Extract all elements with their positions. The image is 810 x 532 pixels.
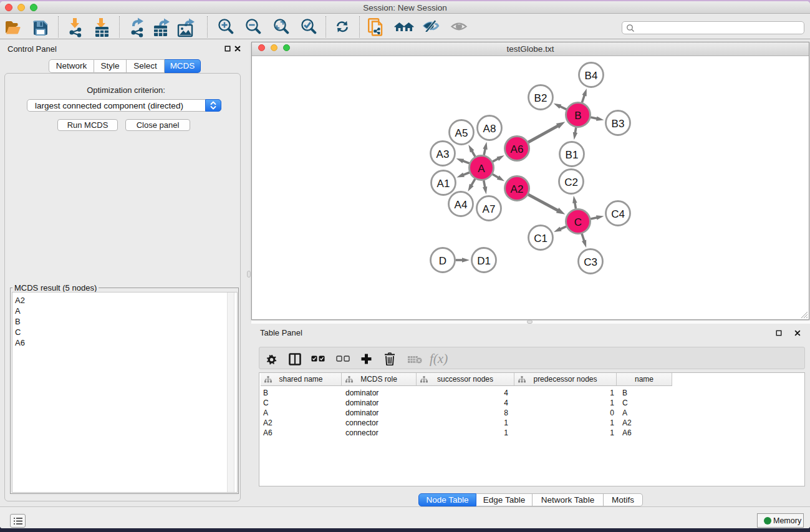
- svg-text:A: A: [478, 163, 485, 175]
- svg-text:A5: A5: [455, 127, 468, 139]
- svg-text:B3: B3: [612, 118, 625, 130]
- svg-text:C3: C3: [584, 256, 597, 268]
- svg-text:C1: C1: [534, 233, 547, 244]
- svg-text:A7: A7: [483, 203, 496, 215]
- svg-text:A4: A4: [455, 199, 468, 211]
- svg-text:B1: B1: [566, 149, 579, 161]
- svg-text:A8: A8: [483, 123, 496, 135]
- svg-text:D: D: [439, 255, 446, 267]
- svg-text:C2: C2: [564, 177, 578, 188]
- svg-text:A1: A1: [437, 178, 450, 190]
- svg-text:C4: C4: [611, 208, 625, 220]
- svg-text:A2: A2: [511, 183, 524, 195]
- svg-text:D1: D1: [477, 255, 491, 267]
- svg-text:B4: B4: [585, 70, 598, 82]
- svg-text:A3: A3: [436, 148, 450, 160]
- svg-text:B: B: [574, 110, 581, 122]
- svg-text:B2: B2: [534, 92, 547, 104]
- svg-text:A6: A6: [511, 143, 524, 155]
- svg-text:C: C: [574, 216, 582, 228]
